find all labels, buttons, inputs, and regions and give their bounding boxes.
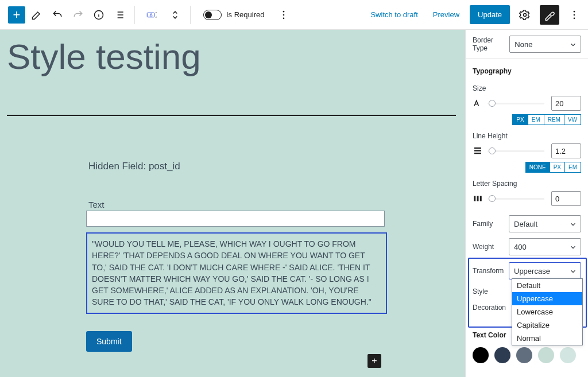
unit-px[interactable]: PX bbox=[550, 162, 565, 173]
is-required-toggle[interactable]: Is Required bbox=[203, 10, 264, 20]
transform-option-lowercase[interactable]: Lowercase bbox=[512, 305, 582, 318]
letter-spacing-slider[interactable] bbox=[488, 198, 544, 200]
letter-spacing-label: Letter Spacing bbox=[473, 180, 581, 188]
unit-vw[interactable]: VW bbox=[564, 114, 581, 125]
unit-px[interactable]: PX bbox=[512, 114, 528, 125]
redo-button[interactable] bbox=[69, 6, 87, 24]
chevron-down-icon bbox=[569, 41, 577, 50]
svg-rect-1 bbox=[147, 13, 154, 17]
family-label: Family bbox=[473, 220, 493, 228]
decoration-label: Decoration bbox=[473, 304, 506, 312]
size-label: Size bbox=[473, 84, 581, 92]
border-type-label: Border Type bbox=[473, 36, 509, 52]
weight-label: Weight bbox=[473, 243, 494, 251]
more-options-button[interactable] bbox=[274, 6, 293, 24]
letter-spacing-icon bbox=[473, 193, 483, 204]
border-type-select[interactable]: None bbox=[509, 36, 581, 53]
transform-option-uppercase[interactable]: Uppercase bbox=[512, 292, 582, 305]
switch-to-draft-button[interactable]: Switch to draft bbox=[366, 7, 422, 22]
chevron-down-icon bbox=[569, 220, 577, 230]
settings-button[interactable] bbox=[516, 6, 534, 24]
style-label: Style bbox=[473, 287, 488, 296]
toggle-switch-icon[interactable] bbox=[203, 10, 222, 20]
line-height-label: Line Height bbox=[473, 132, 581, 140]
svg-rect-9 bbox=[474, 147, 481, 149]
undo-button[interactable] bbox=[48, 6, 67, 24]
unit-rem[interactable]: REM bbox=[544, 114, 564, 125]
line-height-value-input[interactable]: 1.2 bbox=[551, 143, 581, 158]
info-icon[interactable] bbox=[90, 6, 108, 24]
styles-button[interactable] bbox=[540, 5, 559, 25]
svg-rect-11 bbox=[474, 153, 481, 154]
family-select[interactable]: Default bbox=[509, 215, 581, 232]
separator bbox=[190, 6, 191, 24]
chevron-down-icon bbox=[569, 243, 577, 253]
form-block: Hidden Field: post_id Text "WOULD YOU TE… bbox=[86, 161, 396, 352]
size-slider[interactable] bbox=[488, 103, 544, 104]
letter-spacing-value-input[interactable]: 0 bbox=[551, 191, 581, 206]
transform-option-default[interactable]: Default bbox=[512, 279, 582, 292]
svg-rect-12 bbox=[474, 196, 475, 201]
update-button[interactable]: Update bbox=[470, 5, 510, 24]
typography-heading: Typography bbox=[473, 59, 581, 81]
edit-mode-button[interactable] bbox=[28, 6, 46, 24]
svg-rect-14 bbox=[480, 196, 482, 201]
swatch-5[interactable] bbox=[560, 347, 576, 363]
svg-point-8 bbox=[574, 17, 575, 19]
line-height-slider[interactable] bbox=[488, 150, 544, 152]
preview-button[interactable]: Preview bbox=[428, 7, 464, 22]
transform-label: Transform bbox=[473, 267, 504, 275]
line-height-units: NONE PX EM bbox=[473, 162, 581, 173]
svg-point-7 bbox=[574, 14, 575, 15]
size-units: PX EM REM VW bbox=[473, 114, 581, 125]
chevron-down-icon bbox=[569, 267, 577, 277]
weight-select[interactable]: 400 bbox=[509, 238, 581, 255]
font-size-icon bbox=[473, 98, 483, 108]
line-height-icon bbox=[473, 146, 483, 156]
svg-point-2 bbox=[283, 10, 285, 12]
svg-point-4 bbox=[283, 17, 285, 19]
separator bbox=[134, 6, 135, 24]
editor-canvas: Style testing Hidden Field: post_id Text… bbox=[0, 30, 465, 377]
swatch-2[interactable] bbox=[494, 347, 510, 363]
submit-button[interactable]: Submit bbox=[86, 331, 132, 352]
size-value-input[interactable]: 20 bbox=[551, 96, 581, 111]
page-title[interactable]: Style testing bbox=[7, 39, 461, 75]
svg-point-6 bbox=[574, 10, 575, 12]
block-type-icon[interactable] bbox=[141, 6, 164, 24]
svg-rect-10 bbox=[474, 150, 481, 151]
block-inserter-button[interactable]: + bbox=[368, 354, 381, 368]
unit-em[interactable]: EM bbox=[528, 114, 544, 125]
hidden-field-label[interactable]: Hidden Field: post_id bbox=[88, 161, 396, 172]
is-required-label: Is Required bbox=[226, 10, 264, 19]
transform-select[interactable]: Uppercase bbox=[509, 262, 581, 279]
unit-em[interactable]: EM bbox=[564, 162, 581, 173]
transform-dropdown: Default Uppercase Lowercase Capitalize N… bbox=[512, 278, 583, 345]
add-block-button[interactable]: + bbox=[8, 6, 25, 24]
textarea-block[interactable]: "WOULD YOU TELL ME, PLEASE, WHICH WAY I … bbox=[86, 232, 387, 314]
unit-none[interactable]: NONE bbox=[525, 162, 550, 173]
move-up-down-icon[interactable] bbox=[166, 6, 184, 24]
swatch-1[interactable] bbox=[473, 347, 489, 363]
text-field-input[interactable] bbox=[86, 211, 385, 227]
settings-sidebar: Border Type None Typography Size 20 PX E… bbox=[465, 30, 588, 377]
horizontal-rule bbox=[7, 115, 456, 116]
transform-option-capitalize[interactable]: Capitalize bbox=[512, 318, 582, 332]
swatch-4[interactable] bbox=[538, 347, 554, 363]
text-color-swatches bbox=[473, 345, 581, 375]
text-field-label: Text bbox=[88, 200, 396, 209]
svg-point-3 bbox=[283, 14, 285, 15]
svg-rect-13 bbox=[477, 196, 479, 201]
more-menu-button[interactable] bbox=[565, 6, 583, 24]
svg-point-5 bbox=[524, 13, 527, 16]
outline-icon[interactable] bbox=[110, 6, 129, 24]
swatch-3[interactable] bbox=[516, 347, 532, 363]
editor-toolbar: + Is Required Switch to draft Preview Up… bbox=[0, 0, 588, 30]
transform-option-normal[interactable]: Normal bbox=[512, 332, 582, 345]
